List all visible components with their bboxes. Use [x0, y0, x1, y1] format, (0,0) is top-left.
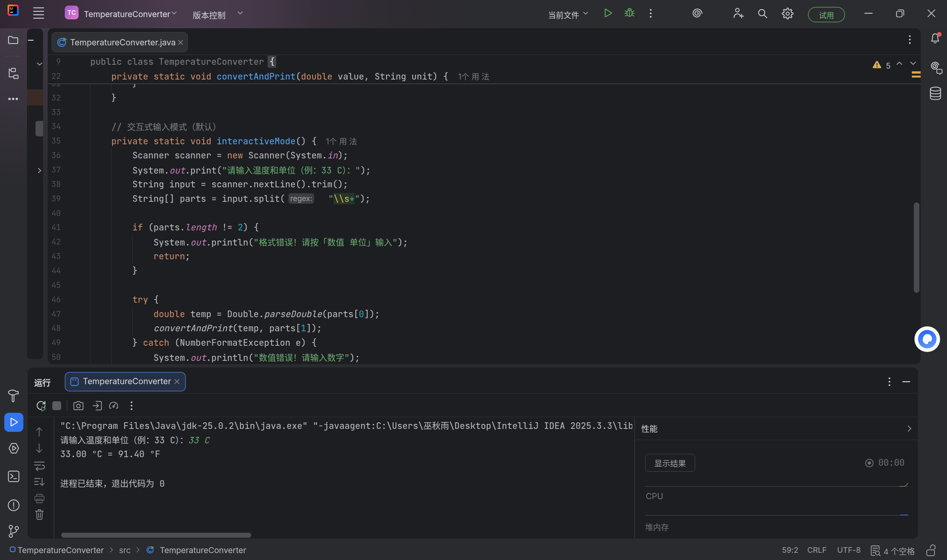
svg-text:IJ: IJ: [10, 6, 13, 10]
